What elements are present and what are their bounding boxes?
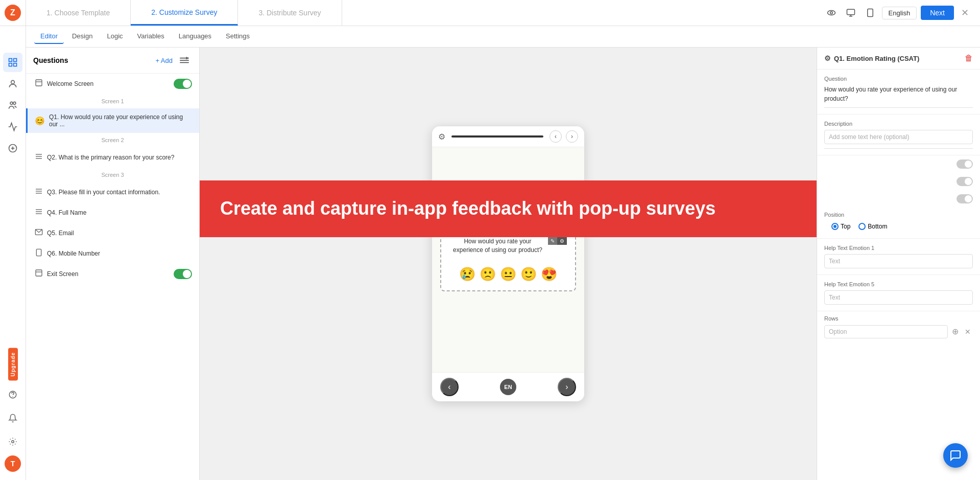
logo-circle: Z xyxy=(5,5,21,21)
question-item-welcome[interactable]: Welcome Screen xyxy=(26,74,199,94)
right-panel-header: ⚙ Q1. Emotion Rating (CSAT) 🗑 xyxy=(817,48,980,70)
option-input[interactable] xyxy=(824,325,948,338)
option-delete-button[interactable]: ✕ xyxy=(963,326,973,338)
phone-bottom-bar: ‹ EN › xyxy=(432,372,584,401)
next-button[interactable]: Next xyxy=(921,6,954,20)
step-tab-1[interactable]: 1. Choose Template xyxy=(26,0,131,26)
close-button[interactable]: ✕ xyxy=(958,4,972,21)
emoji-1[interactable]: 😢 xyxy=(459,266,475,282)
welcome-toggle[interactable] xyxy=(174,79,192,89)
radio-bottom[interactable]: Bottom xyxy=(858,223,887,230)
phone-prev-arrow[interactable]: ‹ xyxy=(549,130,562,143)
svg-rect-23 xyxy=(36,80,42,86)
help-text-emotion5-section: Help Text Emotion 5 xyxy=(817,275,980,311)
add-question-button[interactable]: + Add xyxy=(155,57,173,64)
emoji-4[interactable]: 🙂 xyxy=(520,266,537,282)
help-text-emotion1-section: Help Text Emotion 1 xyxy=(817,239,980,275)
sidebar-icon-home[interactable] xyxy=(3,53,22,72)
chat-bubble[interactable] xyxy=(943,443,968,468)
option-add-button[interactable]: ⊕ xyxy=(950,325,961,338)
question-item-exit[interactable]: Exit Screen xyxy=(26,264,199,284)
toggle-row-3 xyxy=(817,190,980,208)
sidebar-icon-user[interactable] xyxy=(3,74,22,94)
questions-header: Questions + Add xyxy=(26,48,199,74)
phone-gear-icon[interactable]: ⚙ xyxy=(438,132,445,142)
right-panel-close-button[interactable]: 🗑 xyxy=(965,54,973,63)
reorder-button[interactable] xyxy=(177,54,192,67)
sidebar-icon-people[interactable] xyxy=(3,96,22,115)
phone-progress-bar xyxy=(451,135,543,138)
phone-next-arrow[interactable]: › xyxy=(566,130,578,143)
emoji-row: 😢 🙁 😐 🙂 😍 xyxy=(449,266,567,282)
question-item-q1[interactable]: 😊 Q1. How would you rate your experience… xyxy=(26,108,199,133)
sub-nav-design[interactable]: Design xyxy=(66,29,99,44)
nav-actions: English Next ✕ xyxy=(816,0,980,26)
sidebar-icon-help[interactable] xyxy=(3,385,22,404)
svg-point-19 xyxy=(12,441,14,443)
question-item-q6[interactable]: Q6. Mobile Number xyxy=(26,243,199,264)
phone-bottom-next[interactable]: › xyxy=(558,378,576,396)
toggle-1[interactable] xyxy=(957,159,973,169)
emoji-5[interactable]: 😍 xyxy=(541,266,557,282)
app-logo[interactable]: Z xyxy=(0,0,26,26)
sidebar-icon-notifications[interactable] xyxy=(3,408,22,428)
description-input[interactable] xyxy=(824,130,973,144)
radio-top-dot xyxy=(831,223,839,230)
q1-text: Q1. How would you rate your experience o… xyxy=(49,113,192,128)
desktop-view-button[interactable] xyxy=(843,5,858,20)
question-edit-button[interactable]: ✎ xyxy=(548,237,557,245)
question-item-q3[interactable]: Q3. Please fill in your contact informat… xyxy=(26,182,199,202)
radio-top[interactable]: Top xyxy=(831,223,850,230)
emoji-3[interactable]: 😐 xyxy=(500,266,516,282)
sidebar-icon-add[interactable] xyxy=(3,139,22,158)
step-tab-3[interactable]: 3. Distribute Survey xyxy=(238,0,342,26)
exit-toggle[interactable] xyxy=(174,269,192,279)
right-panel-question-section: Question How would you rate your experie… xyxy=(817,70,980,115)
help-text-emotion1-input[interactable] xyxy=(824,254,973,268)
upgrade-label[interactable]: Upgrade xyxy=(8,348,18,381)
svg-rect-9 xyxy=(14,63,17,66)
main-layout: Upgrade T Questions + Add xyxy=(0,48,980,480)
welcome-text: Welcome Screen xyxy=(47,80,170,87)
toggle-3[interactable] xyxy=(957,194,973,203)
toggle-row-2 xyxy=(817,173,980,190)
q6-icon xyxy=(35,248,43,259)
phone-top-bar: ⚙ ‹ › xyxy=(432,126,584,147)
rows-label: Rows xyxy=(824,315,973,322)
sub-nav-wrapper: Editor Design Logic Variables Languages … xyxy=(0,26,980,48)
sub-nav-editor[interactable]: Editor xyxy=(34,29,64,44)
sidebar-bottom-icons: Upgrade T xyxy=(3,348,22,480)
help-text-emotion5-input[interactable] xyxy=(824,290,973,305)
phone-lang-badge[interactable]: EN xyxy=(500,379,516,395)
step-tab-2[interactable]: 2. Customize Survey xyxy=(131,0,238,26)
q3-icon xyxy=(35,187,43,197)
right-panel-title: ⚙ Q1. Emotion Rating (CSAT) xyxy=(824,54,919,62)
emoji-2[interactable]: 🙁 xyxy=(480,266,496,282)
sub-nav-languages[interactable]: Languages xyxy=(173,29,218,44)
exit-icon xyxy=(35,269,43,279)
position-section: Position Top Bottom xyxy=(817,208,980,239)
sub-nav-settings[interactable]: Settings xyxy=(220,29,256,44)
question-item-q2[interactable]: Q2. What is the primary reason for your … xyxy=(26,147,199,168)
question-item-q5[interactable]: Q5. Email xyxy=(26,223,199,243)
toggle-2[interactable] xyxy=(957,177,973,186)
phone-bottom-prev[interactable]: ‹ xyxy=(440,378,459,396)
rows-section: Rows ⊕ ✕ xyxy=(817,311,980,342)
promo-overlay: Create and capture in-app feedback with … xyxy=(200,180,817,237)
mobile-view-button[interactable] xyxy=(863,5,878,20)
radio-bottom-dot xyxy=(858,223,866,230)
sidebar-icon-settings[interactable] xyxy=(3,432,22,451)
svg-point-1 xyxy=(830,12,832,14)
toggle-row-1 xyxy=(817,155,980,173)
question-settings-button[interactable]: ⚙ xyxy=(557,237,567,245)
language-selector[interactable]: English xyxy=(882,7,917,19)
svg-rect-5 xyxy=(867,9,873,17)
question-item-q4[interactable]: Q4. Full Name xyxy=(26,202,199,223)
user-avatar[interactable]: T xyxy=(5,455,21,472)
svg-rect-37 xyxy=(36,270,42,276)
q5-icon xyxy=(35,228,43,238)
preview-eye-button[interactable] xyxy=(824,5,839,20)
sub-nav-logic[interactable]: Logic xyxy=(101,29,129,44)
sub-nav-variables[interactable]: Variables xyxy=(131,29,171,44)
sidebar-icon-analytics[interactable] xyxy=(3,117,22,136)
